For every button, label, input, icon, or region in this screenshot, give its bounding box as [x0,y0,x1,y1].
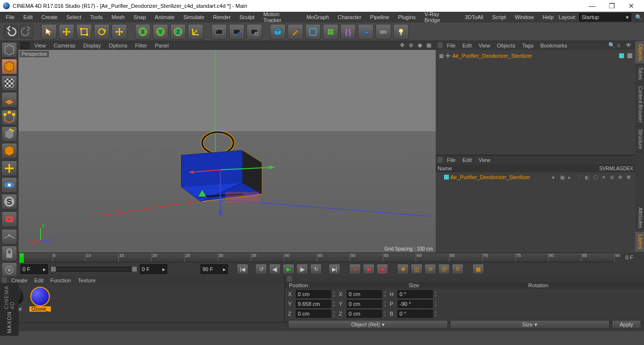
array-button[interactable] [323,24,338,40]
spinner-icon[interactable]: ▵▿ [384,290,388,298]
layer-flag-icon[interactable]: ⋮ [577,174,583,181]
layer-flag-icon[interactable]: ✦ [601,174,608,181]
position-y-field[interactable]: 9.658 cm [296,300,331,308]
menu-v-ray-bridge[interactable]: V-Ray Bridge [421,10,459,24]
coord-system-button[interactable] [188,24,203,40]
position-x-field[interactable]: 0 cm [296,290,331,298]
make-editable-button[interactable] [1,42,17,58]
timeline-settings-button[interactable]: ▦ [472,264,484,275]
viewport-solo-button[interactable] [1,177,17,193]
workplane-button[interactable] [1,92,17,108]
obj-menu-view[interactable]: View [475,42,494,49]
obj-menu-tags[interactable]: Tags [519,42,537,49]
size-mode-dropdown[interactable]: Size▾ [450,320,610,329]
layout-dropdown[interactable]: Startup▾ [579,13,631,22]
deformer-button[interactable] [340,24,356,40]
key-rot-button[interactable]: ⟳ [424,264,436,275]
play-button[interactable]: ▶ [283,264,294,275]
last-tool[interactable] [111,24,127,40]
expand-icon[interactable]: ⊞ [439,53,444,59]
layer-tag[interactable] [619,53,624,58]
side-tab-attributes[interactable]: Attributes [635,205,644,231]
vp-move-icon[interactable]: ✥ [400,42,407,49]
lock-button[interactable] [1,246,17,261]
mat-menu-texture[interactable]: Texture [74,277,99,284]
y-axis-lock[interactable]: Y [153,24,168,40]
panel-grip-icon[interactable] [287,276,292,282]
minimize-button[interactable]: — [582,2,602,10]
camera-button[interactable] [376,24,391,40]
layer-name[interactable]: Air_Purifier_Deodorizer_Sterilizer [450,174,530,180]
material-list[interactable]: OzoneOzone_ [0,285,284,322]
vp-toggle-icon[interactable]: ▦ [426,42,433,49]
render-pv-button[interactable] [229,24,244,40]
key-param-button[interactable]: Ⓟ [438,264,450,275]
vp-menu-panel[interactable]: Panel [151,42,173,49]
live-selection-tool[interactable] [41,24,57,40]
spinner-icon[interactable]: ▵▿ [384,310,388,318]
maximize-button[interactable]: ❐ [602,2,622,10]
side-tab-structure[interactable]: Structure [635,126,644,153]
menu-character[interactable]: Character [334,13,365,21]
obj-menu-objects[interactable]: Objects [493,42,518,49]
coord-mode-dropdown[interactable]: Object (Rel)▾ [288,320,448,329]
range-start-field[interactable]: 0 F▸ [140,264,167,274]
spline-pen-button[interactable] [288,24,303,40]
timeline-ruler[interactable]: 051015202530354045505560657075808590 [19,253,615,262]
menu-3dtoall[interactable]: 3DToAll [461,13,488,21]
side-tab-content-browser[interactable]: Content Browser [635,83,644,126]
render-settings-button[interactable] [246,24,262,40]
layer-row[interactable]: Air_Purifier_Deodorizer_Sterilizer ● ▣ ▸… [438,173,633,181]
locked-workplane-button[interactable] [1,211,17,227]
vp-menu-display[interactable]: Display [79,42,105,49]
obj-menu-bookmarks[interactable]: Bookmarks [537,42,571,49]
prev-frame-button[interactable]: ◀| [269,264,281,275]
material-item[interactable]: Ozone_ [29,288,51,312]
layer-flag-icon[interactable]: ✚ [618,174,625,181]
current-frame-field[interactable]: 0 F▸ [21,264,48,274]
move-tool[interactable] [59,24,74,40]
vp-zoom-icon[interactable]: ⊕ [409,42,416,49]
rotation-h-field[interactable]: 0 ° [398,290,433,298]
vp-menu-options[interactable]: Options [105,42,131,49]
attr-menu-edit[interactable]: Edit [459,157,475,163]
size-z-field[interactable]: 0 cm [347,310,382,318]
menu-motion-tracker[interactable]: Motion Tracker [259,10,301,24]
layer-flag-icon[interactable]: ⊕ [610,174,617,181]
z-axis-lock[interactable]: Z [170,24,186,40]
subdivision-button[interactable] [305,24,321,40]
size-x-field[interactable]: 0 cm [347,290,382,298]
key-scale-button[interactable]: ◫ [411,264,422,275]
axis-mode-button[interactable] [1,161,17,176]
menu-plugins[interactable]: Plugins [394,13,420,21]
menu-sculpt[interactable]: Sculpt [236,13,259,21]
size-y-field[interactable]: 0 cm [347,300,382,308]
object-row[interactable]: ⊞ Air_Purifier_Deodorizer_Sterilizer [439,52,632,60]
vp-rotate-icon[interactable]: ◉ [418,42,424,49]
menu-animate[interactable]: Animate [151,13,178,21]
vis-tag[interactable] [627,53,632,58]
menu-create[interactable]: Create [38,13,62,21]
apply-button[interactable]: Apply [612,320,641,329]
viewport-3d[interactable]: Perspective [19,50,436,253]
side-tab-layers[interactable]: Layers [635,231,644,253]
rotation-b-field[interactable]: 0 ° [398,310,433,318]
mat-menu-function[interactable]: Function [47,277,74,284]
key-pla-button[interactable]: ⠿ [452,264,464,275]
texture-mode-button[interactable] [1,75,17,91]
scale-tool[interactable] [76,24,92,40]
spinner-icon[interactable]: ▵▿ [333,300,337,308]
position-z-field[interactable]: 0 cm [296,310,331,318]
attr-menu-view[interactable]: View [475,157,494,163]
layer-flag-icon[interactable]: ● [552,174,558,180]
model-mode-button[interactable] [1,59,17,74]
layer-flag-icon[interactable]: ⬡ [593,174,600,181]
layer-body[interactable]: Air_Purifier_Deodorizer_Sterilizer ● ▣ ▸… [436,172,635,253]
axis-gizmo[interactable]: X Y Z [28,223,53,248]
range-end-field[interactable]: 90 F▸ [200,264,228,274]
snap-toggle-button[interactable]: S [1,194,17,209]
prev-key-button[interactable]: ↺ [255,264,267,275]
spinner-icon[interactable]: ▵▿ [435,290,439,298]
next-key-button[interactable]: ↻ [310,264,322,275]
next-frame-button[interactable]: |▶ [296,264,308,275]
